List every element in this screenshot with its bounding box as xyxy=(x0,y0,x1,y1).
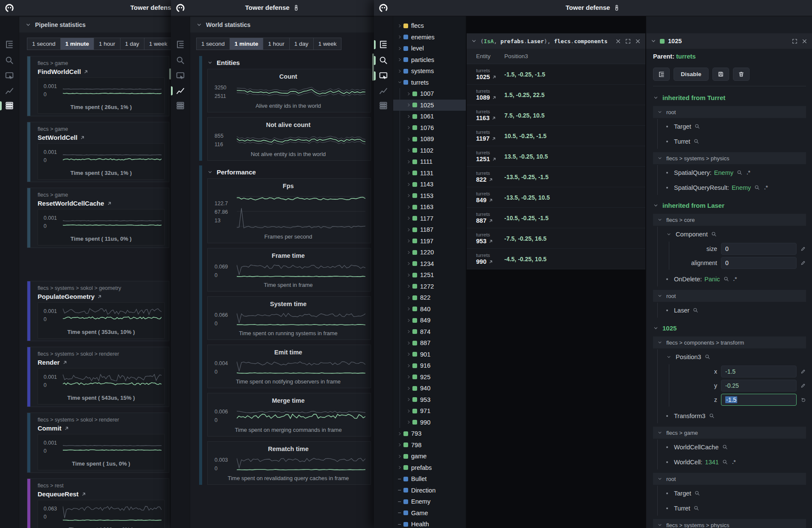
query-result-row[interactable]: turrets10891.5, -0.25, 22.5 xyxy=(467,85,645,105)
chevron-right-icon[interactable] xyxy=(397,35,403,39)
tree-item-Game[interactable]: Game xyxy=(393,507,466,519)
chevron-right-icon[interactable] xyxy=(397,57,403,62)
time-range-1-second[interactable]: 1 second xyxy=(27,38,60,50)
query-result-row[interactable]: turrets11637.5, -0.25, 10.5 xyxy=(467,105,645,126)
system-name[interactable]: DequeueRest xyxy=(38,490,79,498)
tree-item-1251[interactable]: 1251 xyxy=(393,269,466,281)
tree-item-flecs[interactable]: flecs xyxy=(393,20,466,32)
section-header[interactable]: Entities xyxy=(207,56,371,69)
search-icon[interactable] xyxy=(737,170,742,175)
tree-item-level[interactable]: level xyxy=(393,43,466,54)
tree-item-1272[interactable]: 1272 xyxy=(393,281,466,292)
close-icon[interactable] xyxy=(801,38,808,44)
query-result-row[interactable]: turrets849-13.5, -0.25, 10.5 xyxy=(467,187,645,208)
chevron-right-icon[interactable] xyxy=(406,397,412,402)
component-group-header[interactable]: flecs > game xyxy=(653,427,806,439)
entity-id[interactable]: 849 xyxy=(476,197,486,204)
disable-button[interactable]: Disable xyxy=(674,68,709,81)
tree-item-1111[interactable]: 1111 xyxy=(393,156,466,168)
inspector-section-1025[interactable]: 1025 xyxy=(653,321,806,335)
chevron-right-icon[interactable] xyxy=(406,171,412,175)
chevron-right-icon[interactable] xyxy=(397,465,403,470)
close-icon[interactable] xyxy=(635,38,641,44)
search-icon[interactable] xyxy=(722,459,728,465)
tree-item-Health[interactable]: Health xyxy=(393,519,466,528)
chevron-right-icon[interactable] xyxy=(406,307,412,311)
query-result-row[interactable]: turrets990-4.5, -0.25, 10.5 xyxy=(467,249,645,269)
chevron-right-icon[interactable] xyxy=(406,159,412,164)
search-icon[interactable] xyxy=(694,505,699,511)
remote-connection-icon[interactable] xyxy=(293,4,300,11)
tree-item-901[interactable]: 901 xyxy=(393,349,466,360)
leaf-dash-icon[interactable] xyxy=(397,488,403,493)
undo-icon[interactable] xyxy=(800,397,806,403)
search-rail-icon[interactable] xyxy=(5,56,14,65)
tree-item-1143[interactable]: 1143 xyxy=(393,179,466,190)
field-input[interactable]: -1.5 xyxy=(721,366,797,378)
chevron-right-icon[interactable] xyxy=(406,295,412,300)
chevron-down-icon[interactable] xyxy=(397,80,403,85)
memory-rail-icon[interactable] xyxy=(176,101,185,110)
statistics-rail-icon[interactable] xyxy=(379,86,388,95)
component-item-Target[interactable]: Target xyxy=(666,119,806,134)
time-range-1-minute[interactable]: 1 minute xyxy=(61,38,94,50)
tree-item-turrets[interactable]: turrets xyxy=(393,77,466,88)
chevron-right-icon[interactable] xyxy=(406,239,412,243)
component-value[interactable]: 1341 xyxy=(705,459,719,466)
chevron-right-icon[interactable] xyxy=(406,273,412,277)
tree-item-849[interactable]: 849 xyxy=(393,315,466,326)
tree-item-1061[interactable]: 1061 xyxy=(393,111,466,122)
tree-item-1102[interactable]: 1102 xyxy=(393,145,466,156)
external-link-icon[interactable] xyxy=(488,260,493,264)
tree-item-prefabs[interactable]: prefabs xyxy=(393,462,466,474)
fullscreen-icon[interactable] xyxy=(625,38,631,44)
search-icon[interactable] xyxy=(724,276,729,282)
external-link-icon[interactable] xyxy=(62,360,68,365)
chevron-right-icon[interactable] xyxy=(406,261,412,266)
tree-item-1089[interactable]: 1089 xyxy=(393,133,466,145)
chevron-right-icon[interactable] xyxy=(397,442,403,447)
tree-item-1076[interactable]: 1076 xyxy=(393,122,466,134)
entity-id[interactable]: 1089 xyxy=(476,94,490,101)
save-button[interactable] xyxy=(712,68,729,81)
chevron-right-icon[interactable] xyxy=(406,216,412,221)
edit-pencil-icon[interactable] xyxy=(800,369,806,375)
search-icon[interactable] xyxy=(709,413,715,419)
tree-item-1153[interactable]: 1153 xyxy=(393,190,466,202)
query-result-row[interactable]: turrets125113.5, -0.25, 10.5 xyxy=(467,146,645,167)
tree-item-Enemy[interactable]: Enemy xyxy=(393,496,466,507)
entity-id[interactable]: 1163 xyxy=(476,115,489,122)
chevron-right-icon[interactable] xyxy=(406,91,412,96)
external-link-icon[interactable] xyxy=(488,218,493,223)
edit-pencil-icon[interactable] xyxy=(800,260,806,266)
external-link-icon[interactable] xyxy=(491,116,496,121)
chevron-right-icon[interactable] xyxy=(406,137,412,142)
chevron-right-icon[interactable] xyxy=(397,431,403,436)
component-item-SpatialQueryResult[interactable]: SpatialQueryResult:Enemy.* xyxy=(666,180,806,195)
external-link-icon[interactable] xyxy=(80,135,85,140)
tree-item-822[interactable]: 822 xyxy=(393,292,466,304)
component-group-header[interactable]: root xyxy=(653,290,806,302)
inspector-rail-icon[interactable] xyxy=(176,71,185,80)
time-range-1-minute[interactable]: 1 minute xyxy=(230,38,263,50)
field-input[interactable]: 0 xyxy=(721,243,797,255)
chevron-down-icon[interactable] xyxy=(650,38,656,44)
component-item-Target[interactable]: Target xyxy=(666,486,806,501)
external-link-icon[interactable] xyxy=(488,177,493,182)
system-name[interactable]: Commit xyxy=(38,425,62,432)
external-link-icon[interactable] xyxy=(81,492,86,497)
leaf-dash-icon[interactable] xyxy=(397,499,403,504)
chevron-right-icon[interactable] xyxy=(406,363,412,368)
tree-item-1025[interactable]: 1025 xyxy=(393,100,466,111)
search-icon[interactable] xyxy=(711,231,717,237)
system-name[interactable]: SetWorldCell xyxy=(38,134,77,141)
chevron-right-icon[interactable] xyxy=(406,420,412,425)
chevron-right-icon[interactable] xyxy=(397,69,403,74)
tree-rail-icon[interactable] xyxy=(379,40,388,49)
tree-item-particles[interactable]: particles xyxy=(393,54,466,66)
system-name[interactable]: PopulateGeometry xyxy=(38,293,94,300)
external-link-icon[interactable] xyxy=(492,75,497,80)
tree-item-798[interactable]: 798 xyxy=(393,440,466,451)
component-item-Transform3[interactable]: Transform3 xyxy=(666,408,806,423)
system-name[interactable]: Render xyxy=(38,359,60,366)
